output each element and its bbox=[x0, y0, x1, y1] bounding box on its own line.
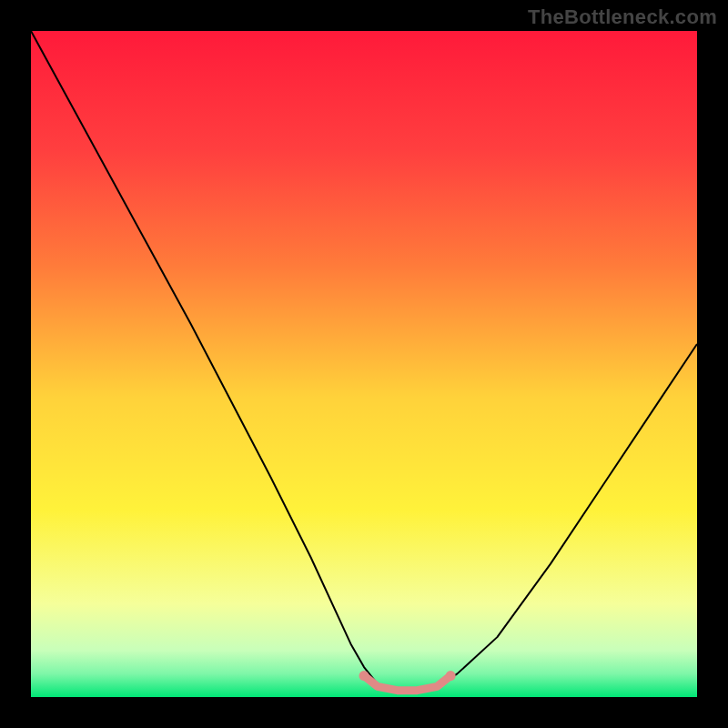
optimal-zone-dot bbox=[359, 671, 369, 681]
attribution-text: TheBottleneck.com bbox=[528, 5, 717, 29]
optimal-zone-dot bbox=[446, 671, 456, 681]
plot-area bbox=[31, 31, 697, 697]
bottleneck-chart bbox=[0, 0, 728, 728]
chart-stage: TheBottleneck.com bbox=[0, 0, 728, 728]
